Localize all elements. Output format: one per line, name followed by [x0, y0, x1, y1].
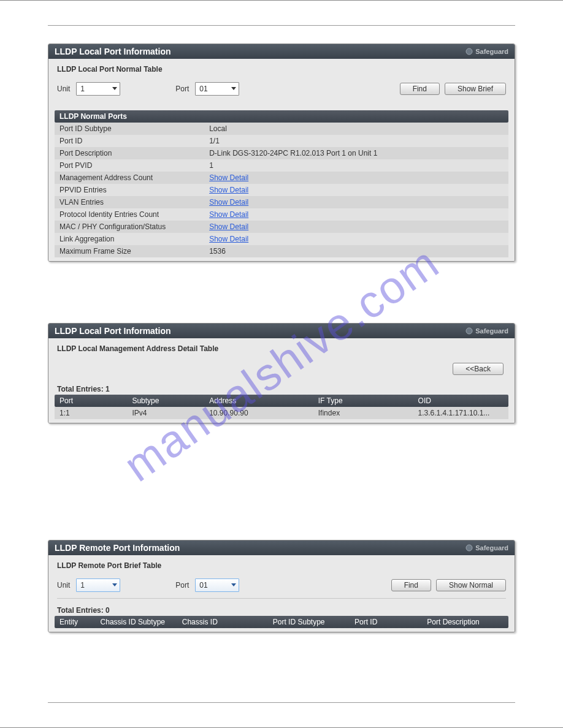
- port-label: Port: [175, 85, 189, 93]
- table-row: Port ID1/1: [55, 135, 508, 147]
- row-key: Port PVID: [55, 159, 204, 172]
- unit-value: 1: [80, 581, 85, 590]
- row-value: Show Detail: [204, 172, 508, 184]
- table-row: Maximum Frame Size1536: [55, 245, 508, 257]
- panel1-header: LLDP Local Port Information Safeguard: [48, 44, 515, 59]
- show-brief-button[interactable]: Show Brief: [445, 83, 506, 95]
- show-detail-link[interactable]: Show Detail: [209, 222, 248, 231]
- table-row: Port DescriptionD-Link DGS-3120-24PC R1.…: [55, 147, 508, 159]
- cell: IPv4: [132, 409, 209, 417]
- row-key: Management Address Count: [55, 172, 204, 184]
- panel3-title: LLDP Remote Port Information: [55, 543, 180, 553]
- unit-select[interactable]: 1: [76, 578, 120, 592]
- row-value: Show Detail: [204, 208, 508, 221]
- cell: 1.3.6.1.4.1.171.10.1...: [418, 409, 508, 417]
- row-key: Port ID Subtype: [55, 123, 204, 135]
- panel3-header: LLDP Remote Port Information Safeguard: [48, 540, 515, 555]
- port-label: Port: [175, 581, 189, 590]
- back-button[interactable]: <<Back: [453, 363, 504, 375]
- row-value: Local: [204, 123, 508, 135]
- col-chassis-id: Chassis ID: [182, 618, 273, 626]
- col-oid: OID: [418, 396, 508, 405]
- col-port: Port: [55, 396, 132, 405]
- safeguard-badge: Safeguard: [465, 327, 508, 335]
- remote-port-table: Entity Chassis ID Subtype Chassis ID Por…: [55, 616, 508, 628]
- normal-ports-header: LLDP Normal Ports: [55, 110, 508, 123]
- panel2-subhead: LLDP Local Management Address Detail Tab…: [57, 344, 508, 353]
- svg-point-0: [466, 48, 472, 55]
- unit-label: Unit: [57, 581, 70, 590]
- col-port-id-subtype: Port ID Subtype: [273, 618, 354, 626]
- col-address: Address: [209, 396, 318, 405]
- safeguard-badge: Safeguard: [465, 48, 508, 55]
- show-detail-link[interactable]: Show Detail: [209, 210, 248, 219]
- panel3-total: Total Entries: 0: [55, 602, 508, 616]
- row-key: PPVID Entries: [55, 184, 204, 196]
- col-entity: Entity: [55, 618, 101, 626]
- row-value: 1/1: [204, 135, 508, 147]
- port-value: 01: [199, 581, 207, 590]
- safeguard-icon: [465, 48, 473, 55]
- row-key: MAC / PHY Configuration/Status: [55, 221, 204, 233]
- col-iftype: IF Type: [318, 396, 418, 405]
- row-value: Show Detail: [204, 233, 508, 245]
- cell: 10.90.90.90: [209, 409, 318, 417]
- table-row: Link AggregationShow Detail: [55, 233, 508, 245]
- table-header-row: Port Subtype Address IF Type OID: [55, 395, 508, 407]
- show-detail-link[interactable]: Show Detail: [209, 235, 248, 243]
- col-port-id: Port ID: [354, 618, 427, 626]
- show-detail-link[interactable]: Show Detail: [209, 198, 248, 207]
- svg-point-1: [466, 328, 472, 334]
- show-detail-link[interactable]: Show Detail: [209, 173, 248, 182]
- row-key: Link Aggregation: [55, 233, 204, 245]
- panel-local-mgmt-detail: LLDP Local Port Information Safeguard LL…: [48, 323, 515, 423]
- show-detail-link[interactable]: Show Detail: [209, 186, 248, 194]
- safeguard-label: Safeguard: [475, 544, 508, 552]
- row-key: Port Description: [55, 147, 204, 159]
- safeguard-label: Safeguard: [475, 48, 508, 55]
- row-value: Show Detail: [204, 196, 508, 208]
- table-row: Port ID SubtypeLocal: [55, 123, 508, 135]
- col-port-description: Port Description: [427, 618, 508, 626]
- table-row: Port PVID1: [55, 159, 508, 172]
- panel-remote-port-brief: LLDP Remote Port Information Safeguard L…: [48, 540, 515, 632]
- panel1-subhead: LLDP Local Port Normal Table: [57, 65, 508, 74]
- port-value: 01: [199, 85, 207, 93]
- table-header-row: Entity Chassis ID Subtype Chassis ID Por…: [55, 616, 508, 628]
- col-chassis-id-subtype: Chassis ID Subtype: [101, 618, 182, 626]
- row-key: Protocol Identity Entries Count: [55, 208, 204, 221]
- row-value: Show Detail: [204, 221, 508, 233]
- safeguard-label: Safeguard: [475, 327, 508, 335]
- table-row: Management Address CountShow Detail: [55, 172, 508, 184]
- svg-point-2: [466, 545, 472, 551]
- panel3-subhead: LLDP Remote Port Brief Table: [57, 561, 508, 570]
- safeguard-icon: [465, 327, 473, 335]
- panel2-header: LLDP Local Port Information Safeguard: [48, 324, 515, 338]
- table-row: Protocol Identity Entries CountShow Deta…: [55, 208, 508, 221]
- panel1-title: LLDP Local Port Information: [55, 47, 171, 56]
- normal-ports-table: Port ID SubtypeLocalPort ID1/1Port Descr…: [55, 123, 508, 257]
- unit-value: 1: [80, 85, 85, 93]
- table-row: PPVID EntriesShow Detail: [55, 184, 508, 196]
- col-subtype: Subtype: [132, 396, 209, 405]
- row-value: Show Detail: [204, 184, 508, 196]
- port-select[interactable]: 01: [195, 578, 239, 592]
- panel2-title: LLDP Local Port Information: [55, 326, 171, 336]
- safeguard-icon: [465, 544, 473, 552]
- table-row: MAC / PHY Configuration/StatusShow Detai…: [55, 221, 508, 233]
- table-row: VLAN EntriesShow Detail: [55, 196, 508, 208]
- panel-local-port-normal: LLDP Local Port Information Safeguard LL…: [48, 44, 515, 262]
- row-key: VLAN Entries: [55, 196, 204, 208]
- port-select[interactable]: 01: [195, 82, 239, 96]
- row-value: D-Link DGS-3120-24PC R1.02.013 Port 1 on…: [204, 147, 508, 159]
- mgmt-address-table: Port Subtype Address IF Type OID 1:1 IPv…: [55, 395, 508, 419]
- cell: 1:1: [55, 409, 132, 417]
- unit-select[interactable]: 1: [76, 82, 120, 96]
- show-normal-button[interactable]: Show Normal: [436, 579, 506, 591]
- cell: Ifindex: [318, 409, 418, 417]
- row-value: 1: [204, 159, 508, 172]
- find-button[interactable]: Find: [391, 579, 431, 591]
- find-button[interactable]: Find: [400, 83, 440, 95]
- table-row: 1:1 IPv4 10.90.90.90 Ifindex 1.3.6.1.4.1…: [55, 407, 508, 419]
- separator: [57, 598, 506, 599]
